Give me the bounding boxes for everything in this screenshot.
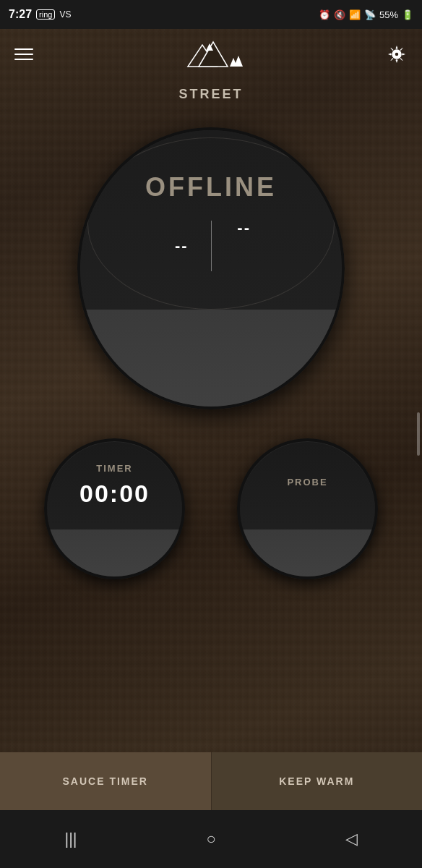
status-left: 7:27 ring VS [9, 8, 71, 21]
probe-dial-top: PROBE [240, 441, 375, 529]
android-nav-bar: ||| ○ ◁ [0, 810, 422, 868]
timer-label: TIMER [96, 463, 132, 474]
logo-svg [173, 36, 246, 72]
svg-marker-3 [234, 56, 243, 67]
timer-dial-bottom [47, 529, 182, 576]
ring-badge: ring [36, 9, 55, 20]
status-time: 7:27 [9, 8, 32, 21]
right-value: -- [237, 218, 251, 237]
signal-icon: 📡 [364, 9, 376, 20]
bottom-buttons: SAUCE TIMER KEEP WARM [0, 752, 422, 810]
left-value: -- [175, 237, 189, 255]
probe-dial: PROBE [237, 438, 378, 579]
dial-crosshair: -- -- [168, 224, 254, 268]
bottom-dials-row: TIMER 00:00 PROBE [0, 420, 422, 579]
scrollbar[interactable] [417, 412, 420, 456]
timer-value: 00:00 [79, 480, 150, 508]
battery-icon: 🔋 [402, 9, 413, 20]
nav-back-icon[interactable]: ◁ [345, 830, 358, 848]
status-right: ⏰ 🔇 📶 📡 55% 🔋 [319, 9, 413, 20]
probe-dial-bottom [240, 529, 375, 576]
keep-warm-button[interactable]: KEEP WARM [212, 752, 423, 810]
timer-dial: TIMER 00:00 [44, 438, 185, 579]
main-dial-bottom [80, 310, 342, 407]
hamburger-line-1 [14, 48, 33, 50]
battery-text: 55% [379, 9, 398, 20]
main-dial-top: OFFLINE -- -- [80, 130, 342, 310]
location-label: STREET [178, 87, 243, 102]
main-dial: OFFLINE -- -- [77, 127, 345, 409]
settings-button[interactable] [386, 43, 408, 65]
status-bar: 7:27 ring VS ⏰ 🔇 📶 📡 55% 🔋 [0, 0, 422, 29]
probe-label: PROBE [287, 477, 327, 488]
wifi-icon: 📶 [349, 9, 361, 20]
hamburger-line-2 [14, 54, 33, 55]
timer-dial-top: TIMER 00:00 [47, 441, 182, 529]
hamburger-line-3 [14, 59, 33, 60]
status-text: OFFLINE [145, 172, 277, 203]
svg-point-7 [395, 52, 399, 56]
probe-dial-container: PROBE [218, 438, 397, 579]
nav-home-icon[interactable]: ○ [206, 830, 215, 848]
vs-label: VS [59, 9, 71, 20]
timer-dial-container: TIMER 00:00 [25, 438, 204, 579]
alarm-icon: ⏰ [319, 9, 330, 20]
app-logo [173, 36, 246, 72]
nav-menu-icon[interactable]: ||| [64, 830, 77, 848]
main-dial-container: OFFLINE -- -- [74, 116, 348, 420]
main-content: STREET OFFLINE -- -- TIMER 00:00 [0, 80, 422, 579]
crosshair-line [211, 221, 212, 271]
app-header [0, 29, 422, 80]
mute-icon: 🔇 [334, 9, 345, 20]
hamburger-menu-button[interactable] [14, 48, 33, 60]
sauce-timer-button[interactable]: SAUCE TIMER [0, 752, 212, 810]
